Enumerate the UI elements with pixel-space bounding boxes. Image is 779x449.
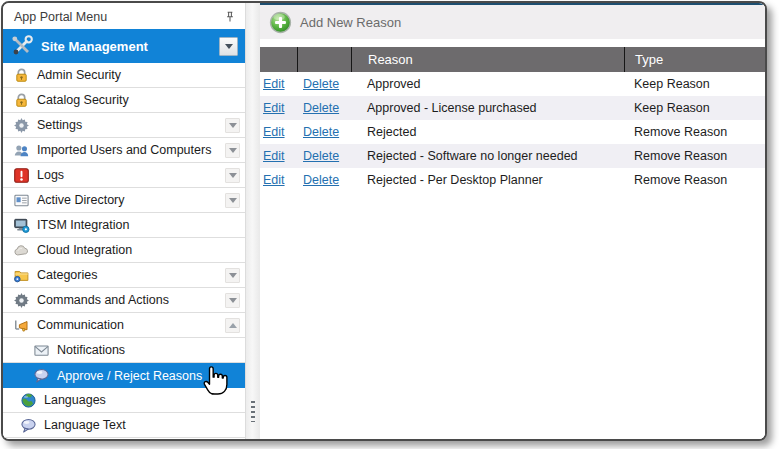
- megaphone-icon: [13, 317, 30, 334]
- sidebar-item-categories[interactable]: Categories: [3, 263, 245, 288]
- gear-icon: [13, 292, 30, 309]
- splitter-grip-icon[interactable]: [251, 401, 255, 422]
- chevron-down-icon[interactable]: [225, 118, 240, 133]
- sidebar-item-approve-reject-reasons[interactable]: Approve / Reject Reasons: [3, 363, 245, 388]
- table-header-type: Type: [624, 47, 765, 72]
- sidebar-item-label: Language Text: [44, 418, 126, 432]
- table-row: Edit Delete Approved - License purchased…: [260, 96, 765, 120]
- main-content: Add New Reason Reason Type Edit Delete A…: [260, 3, 765, 439]
- delete-link[interactable]: Delete: [303, 77, 339, 91]
- lock-icon: [13, 67, 30, 84]
- monitor-gear-icon: [13, 217, 30, 234]
- sidebar-item-admin-security[interactable]: Admin Security: [3, 63, 245, 88]
- type-cell: Remove Reason: [624, 173, 765, 187]
- table-row: Edit Delete Rejected - Software no longe…: [260, 144, 765, 168]
- chevron-down-icon[interactable]: [225, 293, 240, 308]
- table-row: Edit Delete Rejected Remove Reason: [260, 120, 765, 144]
- sidebar-splitter[interactable]: [246, 3, 260, 439]
- green-plus-icon: [269, 11, 292, 34]
- sidebar-item-label: Settings: [37, 118, 82, 132]
- reason-cell: Approved: [351, 77, 624, 91]
- sidebar-item-catalog-security[interactable]: Catalog Security: [3, 88, 245, 113]
- reason-cell: Rejected - Per Desktop Planner: [351, 173, 624, 187]
- app-portal-window: App Portal Menu Site Management Admin Se…: [1, 1, 767, 441]
- table-header-delete-column: [297, 47, 351, 72]
- chevron-up-icon[interactable]: [225, 318, 240, 333]
- envelope-icon: [33, 342, 50, 359]
- chevron-down-icon[interactable]: [225, 168, 240, 183]
- sidebar-item-label: Logs: [37, 168, 64, 182]
- tools-icon: [10, 34, 34, 58]
- sidebar-item-label: Approve / Reject Reasons: [57, 369, 202, 383]
- table-header-edit-column: [260, 47, 297, 72]
- sidebar-item-label: Site Management: [41, 39, 148, 54]
- chevron-down-icon[interactable]: [225, 193, 240, 208]
- sidebar-item-notifications[interactable]: Notifications: [3, 338, 245, 363]
- pin-icon[interactable]: [223, 10, 237, 24]
- delete-link[interactable]: Delete: [303, 101, 339, 115]
- chevron-down-icon[interactable]: [225, 268, 240, 283]
- sidebar-item-label: Notifications: [57, 343, 125, 357]
- chevron-down-icon[interactable]: [225, 143, 240, 158]
- type-cell: Keep Reason: [624, 101, 765, 115]
- globe-icon: [20, 392, 37, 409]
- sidebar-header: App Portal Menu: [3, 3, 245, 29]
- add-new-reason-label: Add New Reason: [300, 15, 401, 30]
- table-row: Edit Delete Approved Keep Reason: [260, 72, 765, 96]
- table-empty-area: [260, 192, 765, 439]
- delete-link[interactable]: Delete: [303, 125, 339, 139]
- type-cell: Remove Reason: [624, 149, 765, 163]
- sidebar-item-communication[interactable]: Communication: [3, 313, 245, 338]
- sidebar-item-cloud-integration[interactable]: Cloud Integration: [3, 238, 245, 263]
- folder-gear-icon: [13, 267, 30, 284]
- sidebar-item-itsm-integration[interactable]: ITSM Integration: [3, 213, 245, 238]
- error-log-icon: [13, 167, 30, 184]
- type-cell: Remove Reason: [624, 125, 765, 139]
- gear-icon: [13, 117, 30, 134]
- edit-link[interactable]: Edit: [263, 101, 285, 115]
- sidebar-item-site-management[interactable]: Site Management: [3, 29, 245, 63]
- edit-link[interactable]: Edit: [263, 149, 285, 163]
- add-new-reason-button[interactable]: Add New Reason: [269, 11, 401, 34]
- reason-cell: Rejected - Software no longer needed: [351, 149, 624, 163]
- edit-link[interactable]: Edit: [263, 173, 285, 187]
- chevron-down-icon[interactable]: [219, 37, 238, 56]
- sidebar-item-label: Imported Users and Computers: [37, 143, 211, 157]
- contact-card-icon: [13, 192, 30, 209]
- sidebar-menu: App Portal Menu Site Management Admin Se…: [3, 3, 246, 439]
- sidebar-item-settings[interactable]: Settings: [3, 113, 245, 138]
- sidebar-item-label: ITSM Integration: [37, 218, 129, 232]
- sidebar-item-commands-and-actions[interactable]: Commands and Actions: [3, 288, 245, 313]
- sidebar-title: App Portal Menu: [14, 10, 223, 24]
- sidebar-item-logs[interactable]: Logs: [3, 163, 245, 188]
- sidebar-item-language-text[interactable]: Language Text: [3, 413, 245, 438]
- table-header-row: Reason Type: [260, 47, 765, 72]
- type-cell: Keep Reason: [624, 77, 765, 91]
- users-icon: [13, 142, 30, 159]
- delete-link[interactable]: Delete: [303, 149, 339, 163]
- sidebar-item-label: Languages: [44, 393, 106, 407]
- reason-cell: Rejected: [351, 125, 624, 139]
- sidebar-item-label: Categories: [37, 268, 97, 282]
- edit-link[interactable]: Edit: [263, 77, 285, 91]
- delete-link[interactable]: Delete: [303, 173, 339, 187]
- toolbar: Add New Reason: [260, 5, 765, 39]
- speech-bubble-icon: [33, 367, 50, 384]
- speech-bubble-icon: [20, 417, 37, 434]
- sidebar-item-label: Commands and Actions: [37, 293, 169, 307]
- sidebar-item-label: Communication: [37, 318, 124, 332]
- reason-cell: Approved - License purchased: [351, 101, 624, 115]
- sidebar-item-active-directory[interactable]: Active Directory: [3, 188, 245, 213]
- sidebar-item-languages[interactable]: Languages: [3, 388, 245, 413]
- sidebar-item-label: Catalog Security: [37, 93, 129, 107]
- sidebar-item-label: Admin Security: [37, 68, 121, 82]
- table-header-reason: Reason: [351, 47, 624, 72]
- reasons-table: Reason Type Edit Delete Approved Keep Re…: [260, 47, 765, 439]
- sidebar-item-imported-users-and-computers[interactable]: Imported Users and Computers: [3, 138, 245, 163]
- table-row: Edit Delete Rejected - Per Desktop Plann…: [260, 168, 765, 192]
- edit-link[interactable]: Edit: [263, 125, 285, 139]
- sidebar-item-label: Active Directory: [37, 193, 125, 207]
- cloud-icon: [13, 242, 30, 259]
- sidebar-item-label: Cloud Integration: [37, 243, 132, 257]
- lock-icon: [13, 92, 30, 109]
